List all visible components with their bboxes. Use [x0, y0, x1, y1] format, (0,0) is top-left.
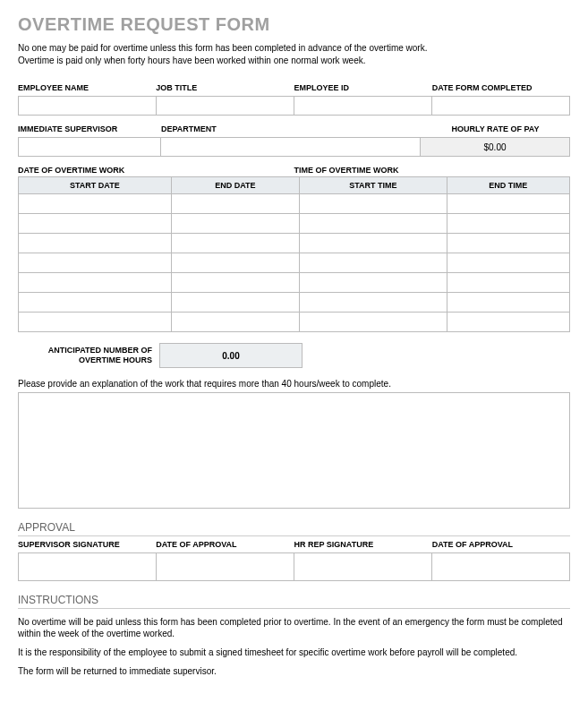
input-employee-id[interactable]: [294, 96, 432, 116]
employee-row-labels: EMPLOYEE NAME JOB TITLE EMPLOYEE ID DATE…: [18, 81, 570, 94]
approval-inputs: [18, 552, 570, 581]
cell-start-time[interactable]: [300, 194, 447, 214]
input-job-title[interactable]: [157, 96, 294, 116]
cell-start-date[interactable]: [19, 273, 172, 293]
cell-start-time[interactable]: [300, 273, 447, 293]
approval-labels: SUPERVISOR SIGNATURE DATE OF APPROVAL HR…: [18, 538, 570, 551]
input-date-approval2[interactable]: [432, 552, 570, 581]
table-row: [19, 234, 570, 253]
anticipated-row: ANTICIPATED NUMBER OF OVERTIME HOURS 0.0…: [18, 343, 570, 368]
label-department: DEPARTMENT: [161, 123, 421, 135]
cell-start-date[interactable]: [19, 253, 172, 273]
overtime-tbody: [19, 194, 570, 332]
th-start-date: START DATE: [19, 177, 172, 194]
cell-end-time[interactable]: [447, 194, 569, 214]
approval-heading: APPROVAL: [18, 521, 570, 536]
cell-end-time[interactable]: [447, 313, 569, 332]
cell-start-date[interactable]: [19, 214, 172, 234]
cell-end-time[interactable]: [447, 253, 569, 273]
cell-end-time[interactable]: [447, 273, 569, 293]
supervisor-row-labels: IMMEDIATE SUPERVISOR DEPARTMENT HOURLY R…: [18, 123, 570, 135]
input-supervisor[interactable]: [18, 137, 161, 157]
cell-end-time[interactable]: [447, 234, 569, 253]
overtime-table: START DATE END DATE START TIME END TIME: [18, 176, 570, 332]
input-supervisor-sig[interactable]: [18, 552, 157, 581]
cell-end-time[interactable]: [447, 293, 569, 313]
supervisor-row-inputs: $0.00: [18, 137, 570, 157]
cell-start-time[interactable]: [300, 293, 447, 313]
label-hourly-rate: HOURLY RATE OF PAY: [421, 123, 570, 135]
intro-line2: Overtime is paid only when forty hours h…: [18, 55, 570, 67]
intro-text: No one may be paid for overtime unless t…: [18, 42, 570, 67]
label-explanation: Please provide an explanation of the wor…: [18, 379, 570, 389]
cell-end-date[interactable]: [171, 273, 299, 293]
cell-start-time[interactable]: [300, 253, 447, 273]
label-supervisor-sig: SUPERVISOR SIGNATURE: [18, 538, 156, 551]
label-date-approval1: DATE OF APPROVAL: [156, 538, 294, 551]
label-employee-name: EMPLOYEE NAME: [18, 81, 156, 94]
th-end-time: END TIME: [447, 177, 569, 194]
instructions-p1: No overtime will be paid unless this for…: [18, 616, 570, 639]
table-row: [19, 194, 570, 214]
label-anticipated: ANTICIPATED NUMBER OF OVERTIME HOURS: [18, 346, 159, 365]
value-hourly-rate: $0.00: [421, 137, 570, 157]
th-start-time: START TIME: [300, 177, 447, 194]
input-department[interactable]: [161, 137, 421, 157]
cell-end-date[interactable]: [171, 293, 299, 313]
cell-start-time[interactable]: [300, 214, 447, 234]
table-row: [19, 293, 570, 313]
value-anticipated[interactable]: 0.00: [159, 343, 303, 368]
label-supervisor: IMMEDIATE SUPERVISOR: [18, 123, 161, 135]
th-end-date: END DATE: [171, 177, 299, 194]
cell-start-date[interactable]: [19, 234, 172, 253]
cell-end-date[interactable]: [171, 253, 299, 273]
cell-start-date[interactable]: [19, 313, 172, 332]
cell-start-time[interactable]: [300, 234, 447, 253]
label-date-completed: DATE FORM COMPLETED: [432, 81, 570, 94]
instructions-heading: INSTRUCTIONS: [18, 594, 570, 609]
cell-start-time[interactable]: [300, 313, 447, 332]
label-job-title: JOB TITLE: [156, 81, 294, 94]
instructions-body: No overtime will be paid unless this for…: [18, 616, 570, 677]
table-row: [19, 313, 570, 332]
label-employee-id: EMPLOYEE ID: [294, 81, 432, 94]
input-explanation[interactable]: [18, 392, 570, 509]
employee-row-inputs: [18, 96, 570, 116]
instructions-p3: The form will be returned to immediate s…: [18, 665, 570, 677]
cell-end-date[interactable]: [171, 313, 299, 332]
table-row: [19, 273, 570, 293]
label-date-ot: DATE OF OVERTIME WORK: [18, 166, 294, 175]
table-row: [19, 214, 570, 234]
intro-line1: No one may be paid for overtime unless t…: [18, 42, 570, 55]
ot-header-labels: DATE OF OVERTIME WORK TIME OF OVERTIME W…: [18, 166, 570, 175]
cell-end-date[interactable]: [171, 234, 299, 253]
input-employee-name[interactable]: [18, 96, 157, 116]
cell-end-time[interactable]: [447, 214, 569, 234]
cell-start-date[interactable]: [19, 293, 172, 313]
label-time-ot: TIME OF OVERTIME WORK: [294, 166, 571, 175]
table-row: [19, 253, 570, 273]
instructions-p2: It is the responsibility of the employee…: [18, 647, 570, 658]
input-hr-sig[interactable]: [294, 552, 432, 581]
page-title: OVERTIME REQUEST FORM: [18, 14, 570, 35]
input-date-completed[interactable]: [432, 96, 570, 116]
input-date-approval1[interactable]: [157, 552, 294, 581]
cell-start-date[interactable]: [19, 194, 172, 214]
cell-end-date[interactable]: [171, 194, 299, 214]
cell-end-date[interactable]: [171, 214, 299, 234]
label-hr-sig: HR REP SIGNATURE: [294, 538, 432, 551]
label-date-approval2: DATE OF APPROVAL: [432, 538, 570, 551]
